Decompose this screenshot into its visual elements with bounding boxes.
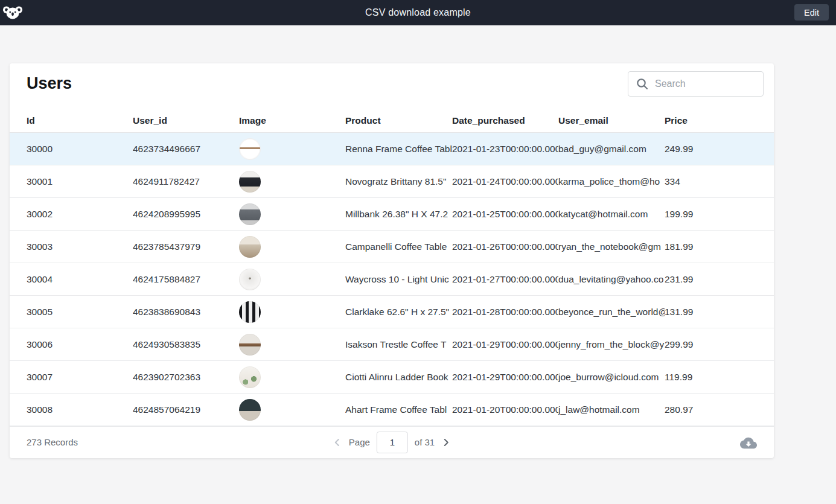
table-row[interactable]: 30003 4623785437979 Campanelli Coffee Ta… bbox=[10, 231, 774, 263]
download-csv-icon[interactable] bbox=[740, 437, 757, 449]
product-image bbox=[239, 269, 261, 290]
cell-id: 30003 bbox=[27, 241, 133, 252]
cell-user-id: 4624857064219 bbox=[133, 404, 239, 415]
table-row[interactable]: 30007 4623902702363 Ciotti Alinru Ladder… bbox=[10, 361, 774, 394]
cell-product: Renna Frame Coffee Table bbox=[345, 144, 452, 155]
cell-user-email: j_law@hotmail.com bbox=[558, 404, 665, 415]
records-count: 273 Records bbox=[27, 437, 78, 447]
panel-header: Users bbox=[10, 63, 774, 109]
cell-price: 131.99 bbox=[665, 307, 774, 317]
cell-product: Millbank 26.38" H X 47.2 bbox=[345, 209, 452, 220]
cell-id: 30004 bbox=[27, 274, 133, 285]
edit-button[interactable]: Edit bbox=[794, 4, 829, 21]
cell-user-email: dua_levitating@yahoo.co bbox=[558, 274, 665, 285]
cell-date-purchased: 2021-01-20T00:00:00.000 bbox=[452, 404, 558, 415]
cell-price: 231.99 bbox=[665, 274, 774, 285]
cell-user-id: 4624208995995 bbox=[133, 209, 239, 220]
table-footer: 273 Records Page of 31 bbox=[10, 426, 774, 458]
table-row[interactable]: 30004 4624175884827 Waycross 10 - Light … bbox=[10, 263, 774, 296]
column-header-image[interactable]: Image bbox=[239, 115, 345, 126]
pagination: Page of 31 bbox=[333, 432, 451, 453]
column-header-date-purchased[interactable]: Date_purchased bbox=[452, 115, 558, 126]
users-panel: Users Id User_id Image Product Date_purc… bbox=[10, 63, 774, 458]
search-input[interactable] bbox=[655, 78, 751, 89]
cell-user-email: ryan_the_notebook@gm bbox=[558, 241, 665, 252]
next-page-icon[interactable] bbox=[441, 438, 451, 447]
cell-product: Isakson Trestle Coffee T bbox=[345, 339, 452, 350]
cell-product: Ahart Frame Coffee Tabl bbox=[345, 404, 452, 415]
cell-user-id: 4624930583835 bbox=[133, 339, 239, 350]
table-header: Id User_id Image Product Date_purchased … bbox=[10, 109, 774, 133]
search-icon bbox=[636, 77, 649, 91]
cell-id: 30001 bbox=[27, 176, 133, 187]
page-title: Users bbox=[27, 74, 72, 93]
cell-date-purchased: 2021-01-27T00:00:00.000 bbox=[452, 274, 558, 285]
cell-date-purchased: 2021-01-28T00:00:00.000 bbox=[452, 307, 558, 317]
cell-user-id: 4624911782427 bbox=[133, 176, 239, 187]
product-image bbox=[239, 301, 261, 323]
column-header-product[interactable]: Product bbox=[345, 115, 452, 126]
cell-user-email: karma_police_thom@ho bbox=[558, 176, 665, 187]
cell-user-id: 4624175884827 bbox=[133, 274, 239, 285]
product-image bbox=[239, 171, 261, 193]
page-label: Page bbox=[349, 437, 370, 447]
cell-user-email: bad_guy@gmail.com bbox=[558, 144, 665, 155]
cell-price: 299.99 bbox=[665, 339, 774, 350]
cell-id: 30005 bbox=[27, 307, 133, 317]
table-row[interactable]: 30008 4624857064219 Ahart Frame Coffee T… bbox=[10, 394, 774, 426]
cell-date-purchased: 2021-01-23T00:00:00.000 bbox=[452, 144, 558, 155]
cell-user-email: beyonce_run_the_world@ bbox=[558, 307, 665, 317]
cell-product: Clarklake 62.6" H x 27.5" bbox=[345, 307, 452, 317]
table-row[interactable]: 30006 4624930583835 Isakson Trestle Coff… bbox=[10, 328, 774, 361]
cell-date-purchased: 2021-01-24T00:00:00.000 bbox=[452, 176, 558, 187]
column-header-id[interactable]: Id bbox=[27, 115, 133, 126]
product-image bbox=[239, 203, 261, 225]
cell-price: 199.99 bbox=[665, 209, 774, 220]
column-header-user-email[interactable]: User_email bbox=[558, 115, 665, 126]
product-image bbox=[239, 399, 261, 421]
table-row[interactable]: 30002 4624208995995 Millbank 26.38" H X … bbox=[10, 198, 774, 231]
page-total-label: of 31 bbox=[415, 437, 435, 447]
cell-price: 181.99 bbox=[665, 241, 774, 252]
cell-product: Campanelli Coffee Table bbox=[345, 241, 452, 252]
cell-id: 30007 bbox=[27, 372, 133, 383]
cell-product: Ciotti Alinru Ladder Book bbox=[345, 372, 452, 383]
cell-product: Waycross 10 - Light Unic bbox=[345, 274, 452, 285]
cell-user-id: 4623902702363 bbox=[133, 372, 239, 383]
top-bar: CSV download example Edit bbox=[0, 0, 836, 25]
cell-price: 249.99 bbox=[665, 144, 774, 155]
cell-user-email: katycat@hotmail.com bbox=[558, 209, 665, 220]
cell-date-purchased: 2021-01-29T00:00:00.000 bbox=[452, 372, 558, 383]
cell-user-email: jenny_from_the_block@y bbox=[558, 339, 665, 350]
prev-page-icon[interactable] bbox=[333, 438, 342, 447]
cell-date-purchased: 2021-01-26T00:00:00.000 bbox=[452, 241, 558, 252]
cell-id: 30000 bbox=[27, 144, 133, 155]
cell-user-id: 4623734496667 bbox=[133, 144, 239, 155]
cell-price: 280.97 bbox=[665, 404, 774, 415]
cell-user-id: 4623838690843 bbox=[133, 307, 239, 317]
cell-id: 30008 bbox=[27, 404, 133, 415]
app-title: CSV download example bbox=[0, 7, 836, 18]
cell-product: Novogratz Brittany 81.5" bbox=[345, 176, 452, 187]
search-box[interactable] bbox=[628, 71, 764, 97]
cell-user-email: joe_burrow@icloud.com bbox=[558, 372, 665, 383]
table-row[interactable]: 30001 4624911782427 Novogratz Brittany 8… bbox=[10, 165, 774, 198]
cell-date-purchased: 2021-01-25T00:00:00.000 bbox=[452, 209, 558, 220]
cell-price: 334 bbox=[665, 176, 774, 187]
cell-user-id: 4623785437979 bbox=[133, 241, 239, 252]
product-image bbox=[239, 236, 261, 258]
column-header-price[interactable]: Price bbox=[665, 115, 774, 126]
product-image bbox=[239, 334, 261, 356]
column-header-user-id[interactable]: User_id bbox=[133, 115, 239, 126]
cell-price: 119.99 bbox=[665, 372, 774, 383]
cell-id: 30002 bbox=[27, 209, 133, 220]
table-row[interactable]: 30005 4623838690843 Clarklake 62.6" H x … bbox=[10, 296, 774, 328]
product-image bbox=[239, 138, 261, 160]
table-row[interactable]: 30000 4623734496667 Renna Frame Coffee T… bbox=[10, 133, 774, 165]
cell-date-purchased: 2021-01-29T00:00:00.000 bbox=[452, 339, 558, 350]
product-image bbox=[239, 366, 261, 388]
page-input[interactable] bbox=[377, 432, 408, 453]
cell-id: 30006 bbox=[27, 339, 133, 350]
